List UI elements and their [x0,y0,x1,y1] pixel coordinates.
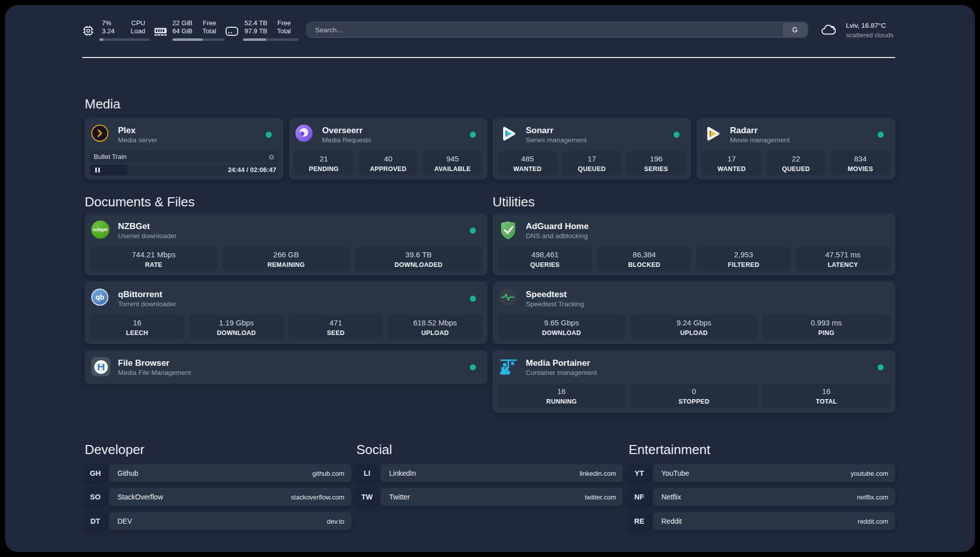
bookmark-dev-url: dev.to [327,518,344,525]
weather-widget[interactable]: Lviv, 16.87°C scattered clouds [846,21,894,40]
bookmark-twitter-link[interactable]: Twitter twitter.com [381,488,623,506]
qbittorrent-stats: 16LEECH 1.19 GbpsDOWNLOAD 471SEED 618.52… [90,315,482,339]
speedtest-card[interactable]: Speedtest Speedtest Tracking 9.65 GbpsDO… [493,282,895,344]
qbittorrent-status-dot [470,296,476,302]
speedtest-icon [499,289,517,307]
bookmark-github[interactable]: GH Github github.com [85,464,351,482]
bookmark-twitter-name: Twitter [389,493,410,501]
portainer-stat-stopped: 0STOPPED [630,383,758,408]
nzbget-stat-downloaded: 39.6 TBDOWNLOADED [354,247,482,271]
portainer-subtitle: Container management [526,369,597,377]
overseerr-stat-pending: 21PENDING [294,151,354,175]
sonarr-card[interactable]: Sonarr Series management 485WANTED 17QUE… [493,118,691,180]
bookmark-stackoverflow-name: StackOverflow [117,493,163,501]
radarr-subtitle: Movie management [730,136,790,144]
qbittorrent-card[interactable]: qb qBittorrent Torrent downloader 16LEEC… [85,282,487,344]
portainer-title: Media Portainer [526,358,590,368]
bookmark-stackoverflow-link[interactable]: StackOverflow stackoverflow.com [109,488,351,506]
section-heading-social: Social [356,442,392,457]
portainer-icon [499,357,517,375]
adguard-stat-queries: 498,461QUERIES [498,247,592,271]
plex-card[interactable]: Plex Media server Bullet Train 24:44 / 0… [85,118,283,180]
bookmark-dev-abbr: DT [85,512,106,530]
overseerr-stat-available: 945AVAILABLE [422,151,482,175]
overseerr-subtitle: Media Requests [322,136,372,144]
nzbget-card[interactable]: nzbget NZBGet Usenet downloader 744.21 M… [85,213,487,275]
radarr-stats: 17WANTED 22QUEUED 834MOVIES [702,151,890,175]
bookmark-youtube-name: YouTube [661,469,689,477]
speedtest-stat-upload: 9.24 GbpsUPLOAD [630,315,758,339]
bookmark-reddit[interactable]: RE Reddit reddit.com [629,512,895,530]
overseerr-stat-approved: 40APPROVED [358,151,418,175]
bookmark-linkedin-url: linkedin.com [580,470,616,477]
adguard-card[interactable]: AdGuard Home DNS and adblocking 498,461Q… [493,213,895,275]
qbittorrent-title: qBittorrent [118,290,162,300]
search-input[interactable] [307,22,808,37]
qbittorrent-icon: qb [91,289,109,307]
disk-widget: 52.4 TB97.9 TB FreeTotal [244,19,291,35]
filebrowser-status-dot [470,364,476,370]
plex-pause-button[interactable] [90,164,128,176]
overseerr-card[interactable]: Overseerr Media Requests 21PENDING 40APP… [289,118,487,180]
cpu-label-1: CPU [131,19,145,27]
weather-cloud-icon [821,23,836,38]
bookmark-github-link[interactable]: Github github.com [109,464,351,482]
bookmark-youtube-abbr: YT [629,464,650,482]
speedtest-title: Speedtest [526,290,567,300]
sonarr-stat-series: 196SERIES [626,151,686,175]
bookmark-linkedin-link[interactable]: LinkedIn linkedin.com [381,464,623,482]
bookmark-linkedin-abbr: LI [356,464,378,482]
bookmark-netflix-link[interactable]: Netflix netflix.com [653,488,895,506]
memory-widget: 22 GiB64 GiB FreeTotal [172,19,216,35]
search-engine-button[interactable]: G [783,23,807,37]
bookmark-linkedin-name: LinkedIn [389,469,416,477]
filebrowser-icon [91,357,109,375]
bookmark-reddit-abbr: RE [629,512,650,530]
plex-settings-icon[interactable] [268,153,275,162]
qbittorrent-stat-leech: 16LEECH [90,315,185,339]
speedtest-stat-ping: 0.993 msPING [762,315,890,339]
bookmark-dev-link[interactable]: DEV dev.to [109,512,351,530]
plex-time-display: 24:44 / 02:06:47 [228,166,276,174]
adguard-icon [499,220,517,239]
bookmark-youtube-link[interactable]: YouTube youtube.com [653,464,895,482]
search-bar[interactable]: G [307,22,808,38]
bookmark-twitter[interactable]: TW Twitter twitter.com [356,488,623,506]
section-heading-utilities: Utilities [493,194,535,209]
radarr-stat-queued: 22QUEUED [766,151,826,175]
bookmark-netflix[interactable]: NF Netflix netflix.com [629,488,895,506]
header-divider [82,57,895,58]
section-heading-media: Media [85,96,120,112]
radarr-card[interactable]: Radarr Movie management 17WANTED 22QUEUE… [697,118,895,180]
portainer-card[interactable]: Media Portainer Container management 16R… [493,350,895,413]
adguard-subtitle: DNS and adblocking [526,232,588,240]
bookmark-dev[interactable]: DT DEV dev.to [85,512,351,530]
bookmark-dev-name: DEV [117,517,132,525]
overseerr-status-dot [470,132,476,138]
cpu-load-value: 3.24 [102,27,114,35]
qbittorrent-stat-upload: 618.52 MbpsUPLOAD [388,315,482,339]
weather-location-temp: Lviv, 16.87°C [846,21,894,30]
plex-status-dot [266,132,272,138]
bookmark-reddit-link[interactable]: Reddit reddit.com [653,512,895,530]
adguard-stats: 498,461QUERIES 86,384BLOCKED 2,953FILTER… [498,247,890,271]
section-heading-entertainment: Entertainment [629,442,710,457]
memory-label-1: Free [203,19,216,27]
sonarr-stats: 485WANTED 17QUEUED 196SERIES [498,151,686,175]
adguard-stat-blocked: 86,384BLOCKED [597,247,692,271]
plex-title: Plex [118,126,136,136]
weather-condition: scattered clouds [846,30,894,40]
bookmark-stackoverflow-url: stackoverflow.com [291,493,344,501]
bookmark-linkedin[interactable]: LI LinkedIn linkedin.com [356,464,623,482]
bookmark-youtube[interactable]: YT YouTube youtube.com [629,464,895,482]
nzbget-stats: 744.21 MbpsRATE 266 GBREMAINING 39.6 TBD… [90,247,482,271]
radarr-stat-wanted: 17WANTED [702,151,762,175]
adguard-title: AdGuard Home [526,221,589,232]
filebrowser-card[interactable]: File Browser Media File Management [85,350,487,384]
filebrowser-subtitle: Media File Management [118,369,191,377]
bookmark-stackoverflow[interactable]: SO StackOverflow stackoverflow.com [85,488,351,506]
bookmark-reddit-name: Reddit [661,517,682,525]
nzbget-subtitle: Usenet downloader [118,232,176,240]
section-heading-documents: Documents & Files [85,194,195,209]
sonarr-status-dot [673,132,680,138]
